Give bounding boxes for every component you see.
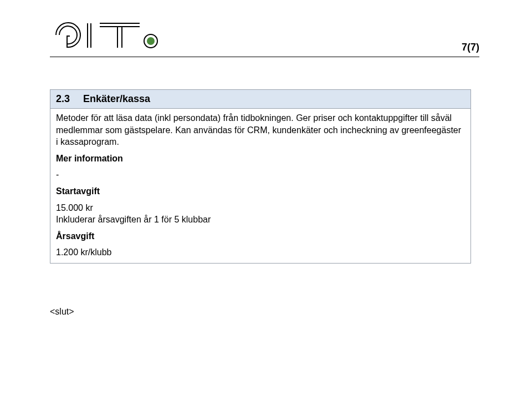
page: 7(7) 2.3 Enkäter/kassa Metoder för att l…	[0, 0, 532, 405]
end-marker: <slut>	[50, 307, 479, 317]
intro-paragraph: Metoder för att läsa data (inkl personda…	[56, 112, 465, 148]
page-number: 7(7)	[462, 42, 479, 54]
start-fee-amount: 15.000 kr	[56, 202, 465, 214]
annual-fee-amount: 1.200 kr/klubb	[56, 246, 465, 259]
section-number: 2.3	[56, 93, 70, 105]
header-rule	[50, 57, 479, 57]
annual-fee-label: Årsavgift	[56, 230, 465, 242]
more-info-label: Mer information	[56, 153, 465, 165]
section-header: 2.3 Enkäter/kassa	[50, 90, 470, 109]
more-info-value: -	[56, 169, 465, 181]
section-title: Enkäter/kassa	[83, 93, 150, 105]
page-header: 7(7)	[50, 17, 479, 54]
section-body: Metoder för att läsa data (inkl personda…	[50, 109, 470, 263]
content-box: 2.3 Enkäter/kassa Metoder för att läsa d…	[50, 89, 471, 264]
svg-point-7	[147, 37, 155, 45]
start-fee-includes: Inkluderar årsavgiften år 1 för 5 klubba…	[56, 214, 465, 226]
start-fee-label: Startavgift	[56, 185, 465, 198]
git-logo	[50, 17, 166, 54]
